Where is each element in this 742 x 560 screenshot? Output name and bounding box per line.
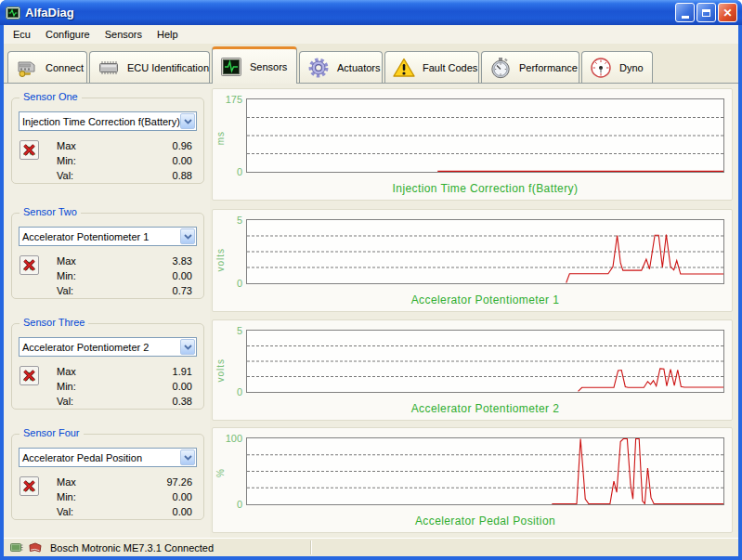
- chart-card-potentiometer-2: 5 volts 0 Accelerator Potentiometer 2: [212, 319, 733, 421]
- chevron-down-icon[interactable]: [180, 113, 195, 129]
- min-value: 0.00: [173, 379, 192, 394]
- y-axis-unit: volts: [215, 248, 226, 272]
- gauge-icon: [589, 56, 613, 80]
- val-value: 0.88: [173, 168, 192, 183]
- main-area: Sensor One Injection Time Correction f(B…: [4, 83, 738, 538]
- tabbar: Connect ECU Identification: [4, 44, 738, 83]
- min-label: Min:: [57, 153, 76, 168]
- min-label: Min:: [57, 379, 76, 394]
- min-value: 0.00: [173, 153, 192, 168]
- chart-title: Accelerator Pedal Position: [246, 514, 724, 527]
- max-value: 97.26: [166, 475, 192, 489]
- chip-icon: [97, 57, 121, 79]
- tab-label: Actuators: [337, 62, 380, 73]
- ecu-connection-icon: [9, 541, 23, 553]
- max-label: Max: [57, 138, 76, 153]
- chevron-down-icon[interactable]: [180, 228, 195, 244]
- group-caption: Sensor One: [20, 91, 82, 102]
- sensor-one-group: Sensor One Injection Time Correction f(B…: [11, 98, 204, 184]
- sensor-values: Max1.91 Min:0.00 Val:0.38: [57, 364, 192, 409]
- max-value: 1.91: [173, 364, 192, 379]
- y-axis-min-tick: 0: [213, 386, 242, 397]
- chevron-down-icon[interactable]: [180, 339, 195, 355]
- tab-label: Fault Codes: [423, 62, 477, 73]
- chart-plot: [246, 98, 724, 173]
- sensor-three-group: Sensor Three Accelerator Potentiometer 2: [11, 323, 204, 410]
- y-axis-unit: volts: [215, 358, 226, 383]
- tab-label: Sensors: [250, 61, 287, 72]
- tab-label: Dyno: [619, 62, 644, 73]
- warning-icon: [392, 57, 416, 79]
- statusbar: Bosch Motronic ME7.3.1 Connected: [4, 538, 738, 556]
- tab-label: ECU Identification: [127, 62, 209, 73]
- clear-sensor-button[interactable]: [20, 140, 39, 160]
- chart-plot: [246, 219, 724, 284]
- tab-label: Connect: [46, 62, 84, 73]
- sensor-three-select[interactable]: Accelerator Potentiometer 2: [19, 337, 197, 357]
- menu-help[interactable]: Help: [150, 26, 186, 43]
- sensor-four-select[interactable]: Accelerator Pedal Position: [19, 448, 197, 467]
- y-axis-unit: ms: [215, 131, 226, 145]
- sensor-one-select[interactable]: Injection Time Correction f(Battery): [19, 111, 197, 131]
- close-button[interactable]: ✕: [718, 3, 737, 22]
- minimize-button[interactable]: [675, 3, 695, 22]
- y-axis-min-tick: 0: [213, 278, 242, 289]
- val-value: 0.00: [173, 504, 192, 519]
- selected-option: Accelerator Potentiometer 2: [20, 342, 180, 353]
- titlebar: AlfaDiag ✕: [0, 0, 742, 25]
- app-icon: [6, 6, 20, 20]
- tab-actuators[interactable]: Actuators: [299, 51, 383, 83]
- clear-sensor-button[interactable]: [20, 255, 39, 275]
- clear-sensor-button[interactable]: [20, 366, 39, 385]
- charts-panel: 175 ms 0 Injection Time Correction f(Bat…: [210, 84, 738, 538]
- sensor-panel: Sensor One Injection Time Correction f(B…: [4, 84, 210, 538]
- selected-option: Accelerator Potentiometer 1: [20, 231, 180, 242]
- menu-ecu[interactable]: Ecu: [6, 26, 38, 43]
- chevron-down-icon[interactable]: [180, 449, 195, 465]
- min-label: Min:: [57, 489, 76, 504]
- max-label: Max: [57, 475, 76, 489]
- min-label: Min:: [57, 268, 76, 283]
- group-caption: Sensor Two: [20, 206, 81, 217]
- group-caption: Sensor Three: [20, 317, 88, 328]
- sensor-two-group: Sensor Two Accelerator Potentiometer 1: [11, 213, 204, 299]
- window-title: AlfaDiag: [25, 6, 675, 20]
- tab-ecu-identification[interactable]: ECU Identification: [89, 51, 210, 83]
- y-axis-max-tick: 5: [213, 215, 242, 226]
- sensor-values: Max97.26 Min:0.00 Val:0.00: [57, 475, 192, 519]
- y-axis-min-tick: 0: [213, 166, 242, 177]
- clear-sensor-button[interactable]: [20, 476, 39, 496]
- menu-sensors[interactable]: Sensors: [98, 26, 150, 43]
- connect-icon: [15, 57, 39, 79]
- chart-title: Accelerator Potentiometer 1: [246, 293, 724, 306]
- sensor-four-group: Sensor Four Accelerator Pedal Position: [11, 434, 204, 520]
- menu-configure[interactable]: Configure: [38, 26, 98, 43]
- status-divider: [310, 540, 312, 554]
- stopwatch-icon: [488, 56, 513, 80]
- tab-sensors[interactable]: Sensors: [212, 46, 297, 84]
- chart-title: Injection Time Correction f(Battery): [246, 182, 724, 195]
- oscilloscope-icon: [219, 56, 243, 78]
- sensor-values: Max0.96 Min:0.00 Val:0.88: [57, 138, 192, 183]
- chart-card-potentiometer-1: 5 volts 0 Accelerator Potentiometer 1: [212, 209, 733, 312]
- min-value: 0.00: [173, 489, 192, 504]
- y-axis-unit: %: [215, 468, 226, 477]
- manual-book-icon: [28, 542, 42, 553]
- tab-fault-codes[interactable]: Fault Codes: [384, 51, 479, 83]
- tab-connect[interactable]: Connect: [7, 51, 87, 83]
- chart-title: Accelerator Potentiometer 2: [246, 402, 724, 415]
- menubar: Ecu Configure Sensors Help: [4, 25, 738, 44]
- val-value: 0.73: [173, 283, 192, 298]
- sensor-two-select[interactable]: Accelerator Potentiometer 1: [19, 227, 197, 246]
- val-label: Val:: [57, 283, 73, 298]
- maximize-button[interactable]: [696, 3, 716, 22]
- tab-dyno[interactable]: Dyno: [581, 51, 653, 83]
- val-label: Val:: [57, 504, 73, 519]
- max-label: Max: [57, 254, 76, 268]
- val-value: 0.38: [173, 394, 192, 409]
- selected-option: Accelerator Pedal Position: [20, 452, 180, 463]
- min-value: 0.00: [173, 268, 192, 283]
- y-axis-max-tick: 100: [213, 433, 242, 444]
- tab-performance[interactable]: Performance: [481, 51, 579, 83]
- group-caption: Sensor Four: [20, 427, 84, 438]
